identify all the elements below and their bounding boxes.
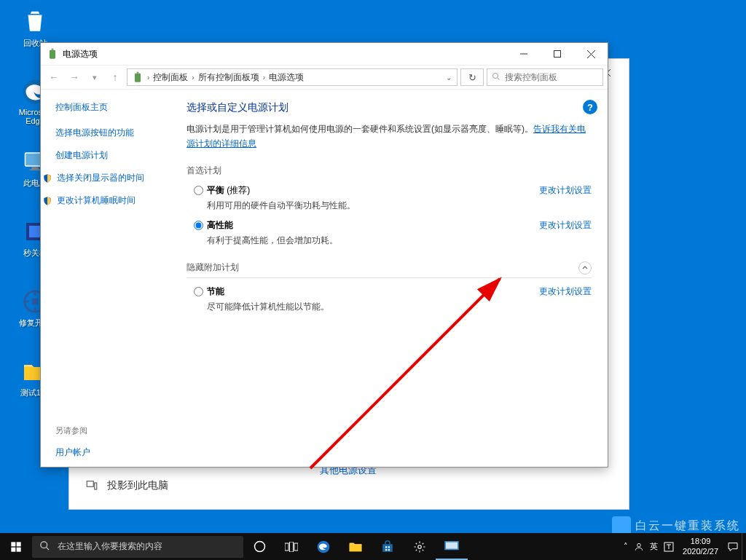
cortana-button[interactable] xyxy=(243,533,275,560)
plan-title: 节能 xyxy=(207,285,539,298)
recent-locations-button[interactable]: ▾ xyxy=(86,68,103,86)
svg-point-29 xyxy=(41,541,47,548)
breadcrumb-item[interactable]: 控制面板 xyxy=(153,71,188,84)
change-plan-settings-link[interactable]: 更改计划设置 xyxy=(539,184,592,197)
change-plan-settings-link[interactable]: 更改计划设置 xyxy=(539,219,592,232)
titlebar[interactable]: 电源选项 xyxy=(41,43,608,65)
page-heading: 选择或自定义电源计划 xyxy=(186,101,592,114)
watermark-text: 白云一键重装系统 xyxy=(635,518,740,534)
taskbar-clock[interactable]: 18:09 2020/2/27 xyxy=(677,537,724,556)
svg-rect-14 xyxy=(50,50,55,59)
search-icon xyxy=(492,72,500,83)
action-center-button[interactable] xyxy=(724,541,742,553)
svg-rect-27 xyxy=(11,547,15,551)
taskbar-app-control-panel[interactable] xyxy=(436,533,468,560)
show-desktop-button[interactable] xyxy=(742,533,746,560)
sidebar-link-label: 选择关闭显示器的时间 xyxy=(57,172,144,184)
page-description: 电源计划是用于管理计算机如何使用电源的一套硬件和系统设置(如显示器亮度、睡眠等)… xyxy=(186,122,592,151)
help-button[interactable]: ? xyxy=(583,100,597,114)
breadcrumb-bar[interactable]: › 控制面板 › 所有控制面板项 › 电源选项 ⌄ xyxy=(127,68,458,86)
sidebar-link-display-off[interactable]: 选择关闭显示器的时间 xyxy=(42,172,172,184)
main-content: ? 选择或自定义电源计划 电源计划是用于管理计算机如何使用电源的一套硬件和系统设… xyxy=(179,90,608,467)
maximize-button[interactable] xyxy=(541,43,574,65)
forward-button[interactable]: → xyxy=(66,68,83,86)
clock-date: 2020/2/27 xyxy=(683,547,718,556)
svg-rect-43 xyxy=(446,542,458,548)
search-box[interactable] xyxy=(487,68,603,86)
svg-line-23 xyxy=(498,77,500,79)
svg-rect-2 xyxy=(32,167,39,170)
svg-rect-3 xyxy=(30,170,41,171)
svg-rect-37 xyxy=(385,546,387,548)
shield-icon xyxy=(42,173,52,184)
clock-time: 18:09 xyxy=(683,537,718,546)
sidebar-link-user-accounts[interactable]: 用户帐户 xyxy=(55,446,172,459)
svg-rect-15 xyxy=(52,49,54,50)
svg-rect-25 xyxy=(11,542,15,546)
refresh-button[interactable]: ↻ xyxy=(460,68,484,86)
svg-rect-13 xyxy=(95,483,97,489)
back-button[interactable]: ← xyxy=(45,68,63,86)
plan-desc: 尽可能降低计算机性能以节能。 xyxy=(207,301,539,313)
taskbar-app-edge[interactable] xyxy=(307,533,339,560)
window-title: 电源选项 xyxy=(63,48,98,60)
tray-up-icon[interactable]: ˄ xyxy=(621,542,631,551)
tray-ime-icon[interactable] xyxy=(661,542,677,552)
plan-power-saver-radio[interactable] xyxy=(194,287,203,296)
settings-sidebar-project[interactable]: 投影到此电脑 xyxy=(85,478,168,493)
hidden-plans-label: 隐藏附加计划 xyxy=(186,261,578,274)
svg-rect-36 xyxy=(382,544,393,552)
start-button[interactable] xyxy=(0,533,32,560)
svg-rect-12 xyxy=(87,481,93,487)
plan-balanced-radio[interactable] xyxy=(194,186,203,195)
taskbar-app-settings[interactable] xyxy=(404,533,436,560)
plan-desc: 利用可用的硬件自动平衡功耗与性能。 xyxy=(207,200,539,212)
up-button[interactable]: ↑ xyxy=(106,68,124,86)
svg-rect-28 xyxy=(17,547,21,551)
task-view-button[interactable] xyxy=(275,533,307,560)
project-icon xyxy=(85,478,100,493)
plan-power-saver: 节能 尽可能降低计算机性能以节能。 更改计划设置 xyxy=(186,285,592,313)
svg-rect-21 xyxy=(137,72,139,74)
plan-title: 高性能 xyxy=(207,219,539,232)
collapse-button[interactable] xyxy=(578,261,592,275)
plan-balanced: 平衡 (推荐) 利用可用的硬件自动平衡功耗与性能。 更改计划设置 xyxy=(186,184,592,212)
address-bar: ← → ▾ ↑ › 控制面板 › 所有控制面板项 › 电源选项 ⌄ ↻ xyxy=(41,65,608,90)
svg-rect-7 xyxy=(32,299,39,305)
svg-line-30 xyxy=(46,547,49,550)
minimize-button[interactable] xyxy=(507,43,541,65)
search-icon xyxy=(39,540,50,553)
search-input[interactable] xyxy=(505,72,598,82)
recycle-bin-icon xyxy=(20,7,50,36)
svg-rect-39 xyxy=(385,549,387,551)
svg-point-31 xyxy=(254,542,264,552)
plan-desc: 有利于提高性能，但会增加功耗。 xyxy=(207,234,539,247)
close-button[interactable] xyxy=(574,43,608,65)
shield-icon xyxy=(42,196,52,206)
sidebar-link-sleep-time[interactable]: 更改计算机睡眠时间 xyxy=(42,194,172,207)
svg-rect-17 xyxy=(554,51,561,58)
tray-people-icon[interactable] xyxy=(631,542,647,552)
taskbar-app-store[interactable] xyxy=(372,533,404,560)
svg-point-22 xyxy=(493,73,498,78)
svg-rect-5 xyxy=(29,226,41,237)
sidebar-link-power-button[interactable]: 选择电源按钮的功能 xyxy=(55,127,172,139)
svg-rect-33 xyxy=(290,542,294,552)
svg-rect-20 xyxy=(135,74,141,82)
breadcrumb-item[interactable]: 所有控制面板项 xyxy=(198,71,259,84)
power-icon xyxy=(132,71,144,83)
tray-ime-toggle[interactable]: 英 xyxy=(647,541,661,552)
svg-rect-32 xyxy=(285,543,288,551)
sidebar-link-create-plan[interactable]: 创建电源计划 xyxy=(55,149,172,162)
taskbar-app-explorer[interactable] xyxy=(339,533,372,560)
taskbar-search[interactable]: 在这里输入你要搜索的内容 xyxy=(32,536,243,558)
breadcrumb-item[interactable]: 电源选项 xyxy=(269,71,304,84)
control-panel-home-link[interactable]: 控制面板主页 xyxy=(55,101,172,114)
change-plan-settings-link[interactable]: 更改计划设置 xyxy=(539,285,592,298)
power-options-window: 电源选项 ← → ▾ ↑ › 控制面板 › 所有控制面板项 › 电源选项 ⌄ ↻ xyxy=(40,42,608,468)
plan-high-performance-radio[interactable] xyxy=(194,221,203,230)
svg-point-41 xyxy=(418,545,422,548)
breadcrumb-dropdown[interactable]: ⌄ xyxy=(445,74,452,82)
sidebar: 控制面板主页 选择电源按钮的功能 创建电源计划 选择关闭显示器的时间 更改计算机… xyxy=(41,90,179,467)
svg-rect-26 xyxy=(17,542,21,546)
